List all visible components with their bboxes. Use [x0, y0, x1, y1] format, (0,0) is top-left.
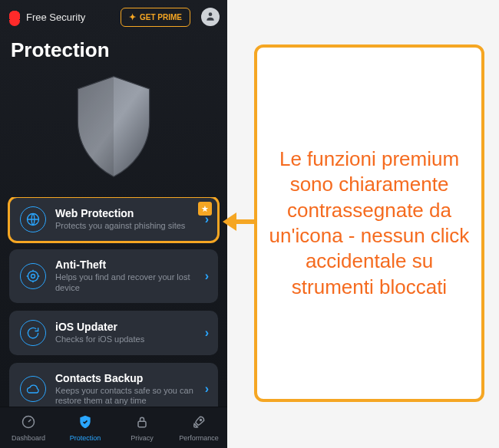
app-name-label: Free Security: [26, 12, 116, 23]
nav-protection[interactable]: Protection: [57, 407, 114, 448]
chevron-right-icon: ›: [205, 269, 209, 283]
globe-icon: [20, 206, 46, 232]
feature-title: Contacts Backup: [55, 372, 196, 384]
lock-icon: [134, 414, 150, 432]
feature-subtitle: Keeps your contacts safe so you can rest…: [55, 386, 196, 407]
shield-icon: [68, 73, 160, 183]
feature-web-protection[interactable]: ★ Web Protection Protects you against ph…: [9, 197, 218, 242]
account-avatar-button[interactable]: [201, 8, 220, 26]
refresh-icon: [20, 320, 46, 346]
rocket-icon: [191, 414, 207, 432]
annotation-callout: Le funzioni premium sono chiaramente con…: [254, 44, 484, 402]
feature-title: iOS Updater: [55, 321, 196, 333]
svg-point-6: [200, 419, 202, 420]
svg-point-0: [209, 12, 213, 16]
feature-title: Web Protection: [55, 207, 196, 219]
page-title: Protection: [0, 34, 227, 70]
feature-anti-theft[interactable]: Anti-Theft Helps you find and recover yo…: [9, 249, 218, 303]
top-bar: Free Security ✦ GET PRIME: [0, 0, 227, 34]
premium-star-icon: ★: [198, 202, 212, 216]
nav-dashboard[interactable]: Dashboard: [0, 407, 57, 448]
target-icon: [20, 263, 46, 289]
feature-ios-updater[interactable]: iOS Updater Checks for iOS updates ›: [9, 311, 218, 355]
user-icon: [205, 11, 216, 24]
get-prime-button[interactable]: ✦ GET PRIME: [121, 8, 190, 27]
prime-star-icon: ✦: [129, 12, 136, 22]
chevron-right-icon: ›: [205, 382, 209, 396]
svg-rect-5: [138, 421, 146, 427]
feature-title: Anti-Theft: [55, 259, 196, 271]
feature-subtitle: Protects you against phishing sites: [55, 221, 196, 232]
nav-performance[interactable]: Performance: [170, 407, 227, 448]
get-prime-label: GET PRIME: [140, 13, 182, 21]
gauge-icon: [21, 414, 36, 432]
nav-label: Performance: [179, 434, 219, 442]
chevron-right-icon: ›: [205, 326, 209, 340]
feature-contacts-backup[interactable]: Contacts Backup Keeps your contacts safe…: [9, 363, 218, 407]
shield-graphic: [0, 70, 227, 197]
protection-screen: Free Security ✦ GET PRIME Protection: [0, 0, 227, 448]
nav-privacy[interactable]: Privacy: [114, 407, 170, 448]
nav-label: Dashboard: [12, 434, 45, 442]
bottom-nav: Dashboard Protection Privacy Performance: [0, 407, 227, 448]
feature-subtitle: Checks for iOS updates: [55, 334, 196, 345]
nav-label: Privacy: [131, 434, 154, 442]
svg-point-3: [31, 274, 35, 278]
cloud-icon: [20, 376, 46, 402]
feature-list: ★ Web Protection Protects you against ph…: [0, 197, 227, 407]
feature-subtitle: Helps you find and recover your lost dev…: [55, 272, 196, 294]
callout-text: Le funzioni premium sono chiaramente con…: [268, 147, 471, 300]
avira-logo-icon: [8, 10, 21, 24]
nav-label: Protection: [70, 434, 101, 442]
shield-check-icon: [78, 414, 93, 432]
svg-point-2: [28, 271, 38, 281]
